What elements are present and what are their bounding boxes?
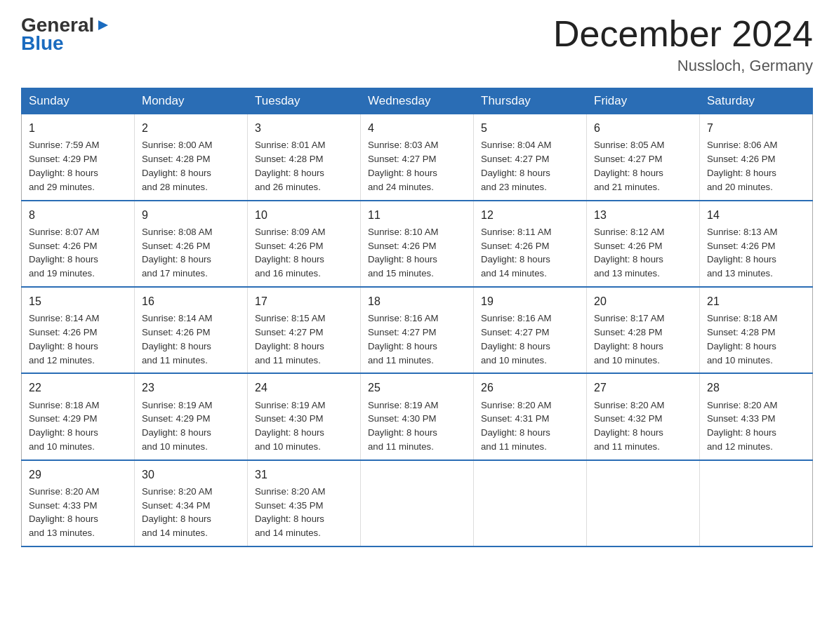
- calendar-cell: 31Sunrise: 8:20 AMSunset: 4:35 PMDayligh…: [248, 460, 361, 546]
- day-number: 12: [481, 207, 579, 223]
- header-thursday: Thursday: [474, 88, 587, 114]
- day-info: Sunrise: 8:17 AMSunset: 4:28 PMDaylight:…: [594, 311, 692, 367]
- calendar-table: Sunday Monday Tuesday Wednesday Thursday…: [21, 88, 813, 547]
- day-info: Sunrise: 7:59 AMSunset: 4:29 PMDaylight:…: [29, 138, 127, 194]
- day-number: 21: [707, 293, 805, 309]
- day-info: Sunrise: 8:14 AMSunset: 4:26 PMDaylight:…: [29, 311, 127, 367]
- day-info: Sunrise: 8:13 AMSunset: 4:26 PMDaylight:…: [707, 225, 805, 281]
- day-number: 7: [707, 120, 805, 136]
- day-info: Sunrise: 8:03 AMSunset: 4:27 PMDaylight:…: [368, 138, 466, 194]
- day-info: Sunrise: 8:11 AMSunset: 4:26 PMDaylight:…: [481, 225, 579, 281]
- calendar-cell: 8Sunrise: 8:07 AMSunset: 4:26 PMDaylight…: [22, 201, 135, 287]
- logo: General Blue: [21, 14, 111, 55]
- calendar-cell: 27Sunrise: 8:20 AMSunset: 4:32 PMDayligh…: [587, 373, 700, 459]
- month-title: December 2024: [553, 14, 813, 54]
- day-number: 11: [368, 207, 466, 223]
- day-info: Sunrise: 8:20 AMSunset: 4:33 PMDaylight:…: [29, 485, 127, 540]
- calendar-cell: [587, 460, 700, 546]
- calendar-week-3: 15Sunrise: 8:14 AMSunset: 4:26 PMDayligh…: [22, 287, 813, 373]
- day-number: 3: [255, 120, 353, 136]
- day-info: Sunrise: 8:19 AMSunset: 4:30 PMDaylight:…: [255, 398, 353, 454]
- calendar-cell: 29Sunrise: 8:20 AMSunset: 4:33 PMDayligh…: [22, 460, 135, 546]
- calendar-cell: [700, 460, 813, 546]
- calendar-cell: 17Sunrise: 8:15 AMSunset: 4:27 PMDayligh…: [248, 287, 361, 373]
- day-number: 16: [142, 293, 240, 309]
- day-info: Sunrise: 8:19 AMSunset: 4:30 PMDaylight:…: [368, 398, 466, 454]
- calendar-cell: 7Sunrise: 8:06 AMSunset: 4:26 PMDaylight…: [700, 114, 813, 201]
- calendar-cell: 18Sunrise: 8:16 AMSunset: 4:27 PMDayligh…: [361, 287, 474, 373]
- calendar-cell: 22Sunrise: 8:18 AMSunset: 4:29 PMDayligh…: [22, 373, 135, 459]
- calendar-week-4: 22Sunrise: 8:18 AMSunset: 4:29 PMDayligh…: [22, 373, 813, 459]
- calendar-cell: [474, 460, 587, 546]
- calendar-cell: 13Sunrise: 8:12 AMSunset: 4:26 PMDayligh…: [587, 201, 700, 287]
- day-number: 26: [481, 380, 579, 396]
- header-monday: Monday: [135, 88, 248, 114]
- day-info: Sunrise: 8:18 AMSunset: 4:28 PMDaylight:…: [707, 311, 805, 367]
- logo-arrow-icon: [95, 18, 111, 33]
- day-number: 17: [255, 293, 353, 309]
- day-info: Sunrise: 8:16 AMSunset: 4:27 PMDaylight:…: [368, 311, 466, 367]
- calendar-cell: 9Sunrise: 8:08 AMSunset: 4:26 PMDaylight…: [135, 201, 248, 287]
- day-number: 8: [29, 207, 127, 223]
- day-number: 29: [29, 467, 127, 483]
- day-number: 15: [29, 293, 127, 309]
- weekday-header-row: Sunday Monday Tuesday Wednesday Thursday…: [22, 88, 813, 114]
- day-info: Sunrise: 8:18 AMSunset: 4:29 PMDaylight:…: [29, 398, 127, 454]
- day-info: Sunrise: 8:06 AMSunset: 4:26 PMDaylight:…: [707, 138, 805, 194]
- day-info: Sunrise: 8:20 AMSunset: 4:35 PMDaylight:…: [255, 485, 353, 540]
- day-number: 22: [29, 380, 127, 396]
- calendar-cell: 12Sunrise: 8:11 AMSunset: 4:26 PMDayligh…: [474, 201, 587, 287]
- day-number: 5: [481, 120, 579, 136]
- day-info: Sunrise: 8:16 AMSunset: 4:27 PMDaylight:…: [481, 311, 579, 367]
- calendar-cell: 21Sunrise: 8:18 AMSunset: 4:28 PMDayligh…: [700, 287, 813, 373]
- day-info: Sunrise: 8:20 AMSunset: 4:31 PMDaylight:…: [481, 398, 579, 454]
- day-number: 30: [142, 467, 240, 483]
- day-info: Sunrise: 8:10 AMSunset: 4:26 PMDaylight:…: [368, 225, 466, 281]
- day-number: 6: [594, 120, 692, 136]
- calendar-cell: 19Sunrise: 8:16 AMSunset: 4:27 PMDayligh…: [474, 287, 587, 373]
- day-info: Sunrise: 8:19 AMSunset: 4:29 PMDaylight:…: [142, 398, 240, 454]
- calendar-cell: 28Sunrise: 8:20 AMSunset: 4:33 PMDayligh…: [700, 373, 813, 459]
- day-number: 31: [255, 467, 353, 483]
- day-number: 14: [707, 207, 805, 223]
- header-saturday: Saturday: [700, 88, 813, 114]
- calendar-cell: 15Sunrise: 8:14 AMSunset: 4:26 PMDayligh…: [22, 287, 135, 373]
- page-header: General Blue December 2024 Nussloch, Ger…: [21, 14, 813, 75]
- day-number: 25: [368, 380, 466, 396]
- calendar-week-1: 1Sunrise: 7:59 AMSunset: 4:29 PMDaylight…: [22, 114, 813, 201]
- calendar-cell: 26Sunrise: 8:20 AMSunset: 4:31 PMDayligh…: [474, 373, 587, 459]
- day-number: 23: [142, 380, 240, 396]
- day-info: Sunrise: 8:20 AMSunset: 4:33 PMDaylight:…: [707, 398, 805, 454]
- header-sunday: Sunday: [22, 88, 135, 114]
- calendar-cell: 1Sunrise: 7:59 AMSunset: 4:29 PMDaylight…: [22, 114, 135, 201]
- calendar-cell: 23Sunrise: 8:19 AMSunset: 4:29 PMDayligh…: [135, 373, 248, 459]
- calendar-cell: 20Sunrise: 8:17 AMSunset: 4:28 PMDayligh…: [587, 287, 700, 373]
- location-title: Nussloch, Germany: [553, 57, 813, 75]
- day-info: Sunrise: 8:14 AMSunset: 4:26 PMDaylight:…: [142, 311, 240, 367]
- day-number: 4: [368, 120, 466, 136]
- day-info: Sunrise: 8:04 AMSunset: 4:27 PMDaylight:…: [481, 138, 579, 194]
- day-number: 18: [368, 293, 466, 309]
- day-number: 13: [594, 207, 692, 223]
- day-number: 2: [142, 120, 240, 136]
- day-info: Sunrise: 8:00 AMSunset: 4:28 PMDaylight:…: [142, 138, 240, 194]
- header-friday: Friday: [587, 88, 700, 114]
- calendar-cell: 25Sunrise: 8:19 AMSunset: 4:30 PMDayligh…: [361, 373, 474, 459]
- calendar-cell: 24Sunrise: 8:19 AMSunset: 4:30 PMDayligh…: [248, 373, 361, 459]
- header-wednesday: Wednesday: [361, 88, 474, 114]
- logo-blue-text: Blue: [21, 32, 111, 55]
- day-info: Sunrise: 8:09 AMSunset: 4:26 PMDaylight:…: [255, 225, 353, 281]
- day-info: Sunrise: 8:07 AMSunset: 4:26 PMDaylight:…: [29, 225, 127, 281]
- day-info: Sunrise: 8:12 AMSunset: 4:26 PMDaylight:…: [594, 225, 692, 281]
- calendar-cell: 4Sunrise: 8:03 AMSunset: 4:27 PMDaylight…: [361, 114, 474, 201]
- calendar-cell: [361, 460, 474, 546]
- day-number: 24: [255, 380, 353, 396]
- day-number: 28: [707, 380, 805, 396]
- calendar-cell: 16Sunrise: 8:14 AMSunset: 4:26 PMDayligh…: [135, 287, 248, 373]
- calendar-cell: 10Sunrise: 8:09 AMSunset: 4:26 PMDayligh…: [248, 201, 361, 287]
- svg-marker-0: [98, 20, 108, 30]
- calendar-week-2: 8Sunrise: 8:07 AMSunset: 4:26 PMDaylight…: [22, 201, 813, 287]
- calendar-cell: 2Sunrise: 8:00 AMSunset: 4:28 PMDaylight…: [135, 114, 248, 201]
- calendar-cell: 6Sunrise: 8:05 AMSunset: 4:27 PMDaylight…: [587, 114, 700, 201]
- day-number: 10: [255, 207, 353, 223]
